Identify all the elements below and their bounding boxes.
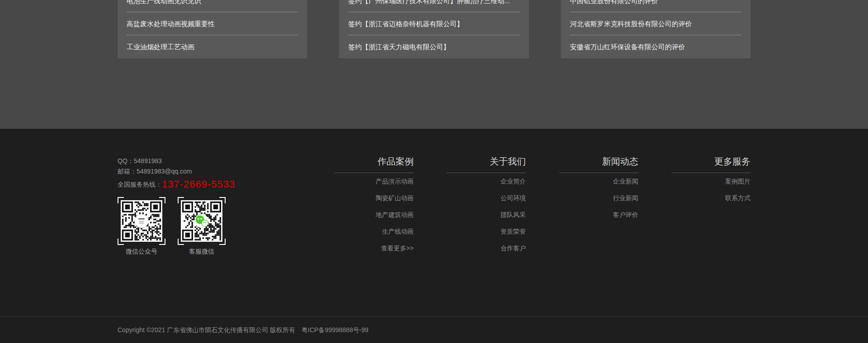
nav-link[interactable]: 陶瓷矿山动画 xyxy=(335,190,414,207)
site-footer: QQ：54891983 邮箱：54891983@qq.com 全国服务热线：13… xyxy=(0,129,868,343)
copyright-bar: Copyright ©2021 广东省佛山市陨石文化传播有限公司 版权所有 粤I… xyxy=(0,316,868,343)
hotline-label: 全国服务热线： xyxy=(118,181,162,188)
news-link[interactable]: 签约【浙江省天力磁电有限公司】 xyxy=(348,35,519,58)
contact-qq: QQ：54891983 xyxy=(118,156,335,166)
nav-title-services[interactable]: 更多服务 xyxy=(671,156,750,173)
news-link[interactable]: 中国铝业股份有限公司的评价 xyxy=(570,0,741,12)
nav-link[interactable]: 团队风采 xyxy=(447,207,526,223)
news-cards-section: 电池生产线动画见识见识 高盐废水处理动画视频重要性 工业油烟处理工艺动画 签约【… xyxy=(0,0,868,129)
news-link[interactable]: 电池生产线动画见识见识 xyxy=(127,0,298,12)
nav-link[interactable]: 产品演示动画 xyxy=(335,173,414,190)
news-card-reviews: 中国铝业股份有限公司的评价 河北省斯罗米克科技股份有限公司的评价 安徽省万山红环… xyxy=(561,0,750,58)
footer-nav-col-about: 关于我们 企业简介 公司环境 团队风采 资质荣誉 合作客户 xyxy=(447,156,526,257)
nav-link[interactable]: 案例图片 xyxy=(671,173,750,190)
news-link[interactable]: 河北省斯罗米克科技股份有限公司的评价 xyxy=(570,12,741,35)
footer-nav-col-services: 更多服务 案例图片 联系方式 xyxy=(671,156,750,257)
news-link[interactable]: 高盐废水处理动画视频重要性 xyxy=(127,12,298,35)
nav-link-view-more[interactable]: 查看更多>> xyxy=(335,240,414,257)
nav-link[interactable]: 企业新闻 xyxy=(559,173,638,190)
news-link[interactable]: 工业油烟处理工艺动画 xyxy=(127,35,298,58)
news-link[interactable]: 签约【广州保瑞医疗技术有限公司】肿瘤治疗三维动... xyxy=(348,0,519,12)
footer-nav-col-news: 新闻动态 企业新闻 行业新闻 客户评价 xyxy=(559,156,638,257)
nav-link[interactable]: 联系方式 xyxy=(671,190,750,207)
news-link[interactable]: 安徽省万山红环保设备有限公司的评价 xyxy=(570,35,741,58)
qr-code-customer-service-icon xyxy=(178,197,226,245)
news-card-industry: 电池生产线动画见识见识 高盐废水处理动画视频重要性 工业油烟处理工艺动画 xyxy=(118,0,307,58)
nav-link[interactable]: 合作客户 xyxy=(447,240,526,257)
footer-nav: 作品案例 产品演示动画 陶瓷矿山动画 地产建筑动画 生产线动画 查看更多>> 关… xyxy=(335,156,750,257)
qr-wechat-service: 客服微信 xyxy=(178,197,226,256)
nav-link[interactable]: 公司环境 xyxy=(447,190,526,207)
nav-link[interactable]: 企业简介 xyxy=(447,173,526,190)
news-link[interactable]: 签约【浙江省迈格奈特机器有限公司】 xyxy=(348,12,519,35)
footer-nav-col-cases: 作品案例 产品演示动画 陶瓷矿山动画 地产建筑动画 生产线动画 查看更多>> xyxy=(335,156,414,257)
contact-block: QQ：54891983 邮箱：54891983@qq.com 全国服务热线：13… xyxy=(118,156,335,257)
nav-title-about[interactable]: 关于我们 xyxy=(447,156,526,173)
nav-title-cases[interactable]: 作品案例 xyxy=(335,156,414,173)
nav-link[interactable]: 客户评价 xyxy=(559,207,638,223)
nav-link[interactable]: 行业新闻 xyxy=(559,190,638,207)
qr-wechat-official: 微信公众号 xyxy=(118,197,165,256)
nav-link[interactable]: 地产建筑动画 xyxy=(335,207,414,223)
contact-email: 邮箱：54891983@qq.com xyxy=(118,166,335,177)
news-card-signings: 签约【广州保瑞医疗技术有限公司】肿瘤治疗三维动... 签约【浙江省迈格奈特机器有… xyxy=(339,0,528,58)
nav-title-news[interactable]: 新闻动态 xyxy=(559,156,638,173)
contact-hotline: 全国服务热线：137-2669-5533 xyxy=(118,178,335,190)
nav-link[interactable]: 生产线动画 xyxy=(335,223,414,240)
qr-code-official-account-icon xyxy=(118,197,165,245)
qr-codes-row: 微信公众号 客服微信 xyxy=(118,197,335,256)
nav-link[interactable]: 资质荣誉 xyxy=(447,223,526,240)
hotline-number: 137-2669-5533 xyxy=(162,179,235,190)
news-cards-row: 电池生产线动画见识见识 高盐废水处理动画视频重要性 工业油烟处理工艺动画 签约【… xyxy=(118,0,750,58)
qr-label: 微信公众号 xyxy=(118,248,165,256)
copyright-text: Copyright ©2021 广东省佛山市陨石文化传播有限公司 版权所有 粤I… xyxy=(118,326,368,334)
qr-label: 客服微信 xyxy=(178,248,226,256)
